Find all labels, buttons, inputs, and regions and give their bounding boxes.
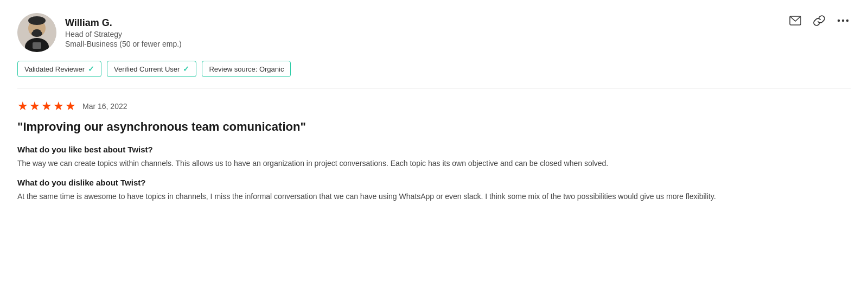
svg-point-5 [33,29,41,33]
header-actions [788,13,851,28]
star-1: ★ [17,99,28,113]
badge-verified-user: Verified Current User ✓ [107,61,196,77]
badge-label-source: Review source: Organic [209,65,284,73]
question-like: What do you like best about Twist? [17,145,851,154]
badge-label-verified: Verified Current User [114,65,180,73]
more-options-icon[interactable] [835,13,851,28]
badges-row: Validated Reviewer ✓ Verified Current Us… [17,61,851,77]
svg-point-9 [842,20,844,22]
star-rating: ★ ★ ★ ★ ★ [17,99,76,113]
star-4: ★ [53,99,64,113]
reviewer-info: William G. Head of Strategy Small-Busine… [17,13,182,52]
review-section-dislike: What do you dislike about Twist? At the … [17,178,851,202]
question-dislike: What do you dislike about Twist? [17,178,851,187]
star-2: ★ [29,99,40,113]
review-card: William G. Head of Strategy Small-Busine… [0,0,868,225]
reviewer-name: William G. [65,17,182,29]
svg-point-8 [838,20,840,22]
badge-review-source: Review source: Organic [202,61,291,77]
review-section-like: What do you like best about Twist? The w… [17,145,851,169]
email-icon[interactable] [788,13,803,28]
avatar [17,13,56,52]
rating-row: ★ ★ ★ ★ ★ Mar 16, 2022 [17,99,851,113]
badge-label-validated: Validated Reviewer [24,65,85,73]
link-icon[interactable] [812,13,827,28]
check-icon-validated: ✓ [88,65,94,73]
review-date: Mar 16, 2022 [82,102,127,111]
answer-like: The way we can create topics within chan… [17,157,851,169]
check-icon-verified: ✓ [183,65,189,73]
svg-point-10 [846,20,848,22]
answer-dislike: At the same time is awesome to have topi… [17,190,851,202]
section-divider [17,88,851,88]
reviewer-details: William G. Head of Strategy Small-Busine… [65,17,182,48]
star-3: ★ [41,99,52,113]
badge-validated-reviewer: Validated Reviewer ✓ [17,61,101,77]
reviewer-header: William G. Head of Strategy Small-Busine… [17,13,851,52]
reviewer-title: Head of Strategy [65,30,182,39]
svg-rect-6 [33,42,41,49]
svg-point-3 [28,16,46,25]
review-title: "Improving our asynchronous team comunic… [17,120,851,134]
reviewer-company: Small-Business (50 or fewer emp.) [65,40,182,48]
star-5: ★ [65,99,76,113]
